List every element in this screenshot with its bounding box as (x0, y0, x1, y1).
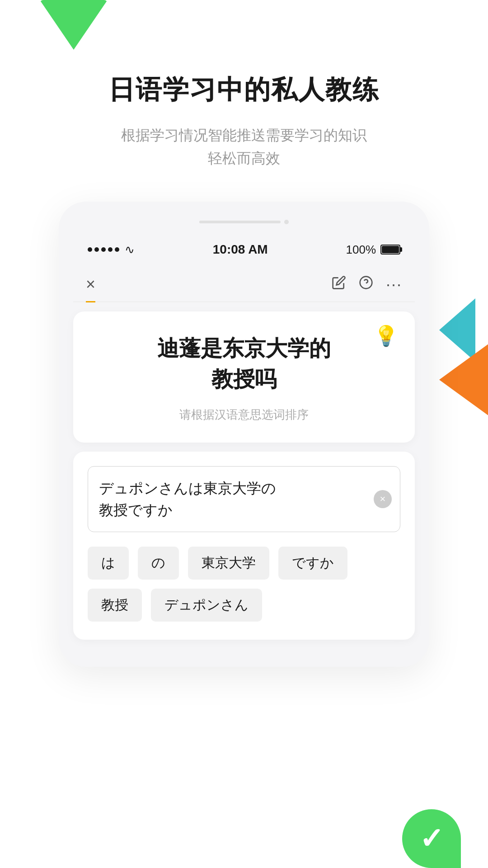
word-chip-2[interactable]: の (138, 547, 179, 580)
page-container: 日语学习中的私人教练 根据学习情况智能推送需要学习的知识 轻松而高效 (0, 0, 488, 868)
question-hint: 请根据汉语意思选词排序 (91, 407, 397, 423)
question-card: 💡 迪蓬是东京大学的 教授吗 请根据汉语意思选词排序 (73, 311, 415, 442)
wifi-icon: ∿ (125, 243, 135, 257)
more-icon[interactable]: ··· (386, 275, 402, 294)
signal-dot-1 (88, 247, 92, 252)
edit-icon[interactable] (332, 275, 346, 293)
signal-dots (88, 247, 119, 252)
progress-fill (199, 221, 268, 223)
word-chip-4[interactable]: ですか (278, 547, 347, 580)
check-button[interactable] (402, 809, 461, 868)
question-text: 迪蓬是东京大学的 教授吗 (91, 333, 397, 394)
phone-mockup: ∿ 10:08 AM 100% × (59, 202, 429, 666)
signal-dot-4 (108, 247, 113, 252)
battery-percent: 100% (346, 243, 376, 257)
status-right: 100% (346, 243, 401, 257)
main-title: 日语学习中的私人教练 (108, 72, 380, 108)
word-chip-5[interactable]: 教授 (88, 589, 142, 622)
word-chips-container: は の 東京大学 ですか 教授 デュポンさん (88, 547, 400, 622)
status-time: 10:08 AM (213, 242, 268, 257)
progress-bar (73, 220, 415, 224)
signal-dot-2 (94, 247, 99, 252)
signal-dot-3 (101, 247, 106, 252)
app-nav: × ··· (73, 268, 415, 302)
answer-card: デュポンさんは東京大学の 教授ですか × は の 東京大学 ですか 教授 デュポ… (73, 452, 415, 640)
hint-bulb-icon: 💡 (374, 324, 399, 348)
question-line1: 迪蓬是东京大学的 (91, 333, 397, 363)
status-left: ∿ (88, 243, 135, 257)
subtitle-line2: 轻松而高效 (121, 147, 367, 170)
answer-input-box[interactable]: デュポンさんは東京大学の 教授ですか × (88, 466, 400, 532)
progress-track (199, 221, 281, 223)
progress-dot (284, 220, 289, 224)
answer-text: デュポンさんは東京大学の 教授ですか (99, 477, 389, 521)
word-chip-6[interactable]: デュポンさん (151, 589, 262, 622)
top-triangle-decoration (40, 0, 108, 50)
close-button[interactable]: × (86, 275, 95, 302)
subtitle: 根据学习情况智能推送需要学习的知识 轻松而高效 (121, 124, 367, 170)
answer-line1: デュポンさんは東京大学の (99, 480, 276, 496)
status-bar: ∿ 10:08 AM 100% (73, 235, 415, 264)
answer-line2: 教授ですか (99, 502, 173, 518)
signal-dot-5 (115, 247, 119, 252)
clear-button[interactable]: × (374, 490, 392, 508)
help-icon[interactable] (359, 275, 373, 293)
right-decoration (439, 298, 488, 416)
subtitle-line1: 根据学习情况智能推送需要学习的知识 (121, 124, 367, 147)
nav-actions: ··· (332, 275, 402, 301)
word-chip-3[interactable]: 東京大学 (188, 547, 269, 580)
question-line2: 教授吗 (91, 364, 397, 394)
battery-fill (382, 246, 399, 253)
battery-icon (380, 245, 400, 255)
orange-triangle-icon (439, 344, 488, 416)
word-chip-1[interactable]: は (88, 547, 129, 580)
